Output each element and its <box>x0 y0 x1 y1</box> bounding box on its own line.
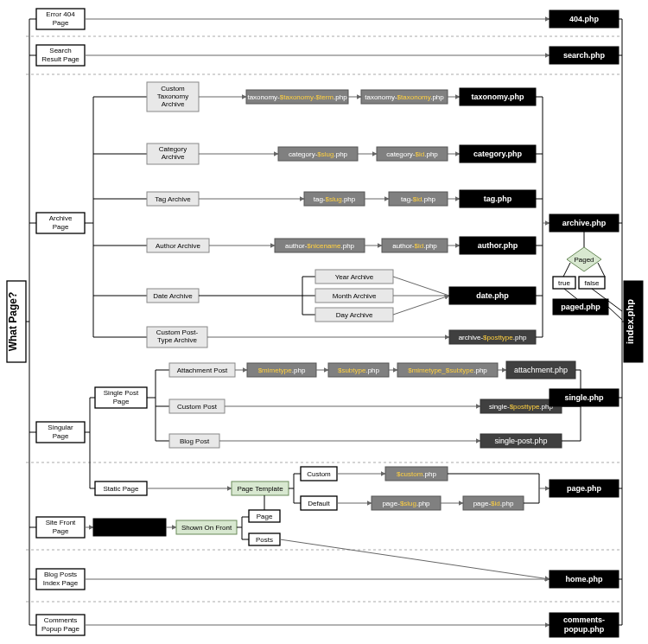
svg-text:What Page?: What Page? <box>7 292 19 352</box>
svg-text:Author Archive: Author Archive <box>156 242 201 250</box>
svg-text:Custom Post-: Custom Post- <box>156 328 199 336</box>
to-index <box>619 19 624 625</box>
svg-text:Index Page: Index Page <box>43 579 79 587</box>
svg-text:Archive: Archive <box>162 100 185 108</box>
archive-children: CustomTaxonomyArchive CategoryArchive Ta… <box>85 82 209 348</box>
svg-text:Page: Page <box>113 398 130 405</box>
svg-text:Date Archive: Date Archive <box>153 292 193 300</box>
home-row: home.php <box>85 571 619 588</box>
author-php: author.php <box>460 237 536 254</box>
svg-text:Page: Page <box>53 19 69 27</box>
svg-text:Page Template: Page Template <box>237 485 283 493</box>
error-404-page: Error 404Page <box>36 9 85 29</box>
svg-text:author-$nicename.php: author-$nicename.php <box>285 242 355 250</box>
svg-text:Custom Post: Custom Post <box>177 403 218 411</box>
search-result-page: SearchResult Page <box>36 45 85 66</box>
svg-text:Custom: Custom <box>307 470 331 478</box>
svg-text:Popup Page: Popup Page <box>41 625 80 633</box>
svg-text:single-post.php: single-post.php <box>494 437 547 445</box>
svg-text:category.php: category.php <box>473 150 522 158</box>
cpt-archive-row: archive-$posttype.php <box>207 330 536 344</box>
category-php: category.php <box>460 145 536 163</box>
root-connectors <box>26 19 36 625</box>
svg-text:Custom: Custom <box>161 85 185 92</box>
svg-text:attachment.php: attachment.php <box>514 366 568 374</box>
svg-text:Category: Category <box>159 145 187 153</box>
attachment-row: $mimetype.php $subtype.php $mimetype_$su… <box>235 361 575 379</box>
index-php: index.php <box>624 281 643 362</box>
svg-text:page-$id.php: page-$id.php <box>473 500 514 507</box>
svg-text:popup.php: popup.php <box>564 625 605 634</box>
svg-text:page-$slug.php: page-$slug.php <box>382 500 430 507</box>
comments-popup-page: CommentsPopup Page <box>36 615 85 635</box>
svg-text:Posts: Posts <box>256 536 273 544</box>
page-template-flow: Page Template Custom Default $custom.php… <box>147 467 619 510</box>
svg-text:Archive: Archive <box>49 214 73 222</box>
svg-text:Year Archive: Year Archive <box>335 273 374 281</box>
author-row: author-$nicename.php author-$id.php <box>209 239 460 252</box>
svg-text:Result Page: Result Page <box>41 55 79 63</box>
what-page-root: What Page? <box>7 281 26 362</box>
svg-text:Comments: Comments <box>44 616 78 624</box>
date-php: date.php <box>449 287 536 304</box>
svg-text:Error 404: Error 404 <box>46 10 75 18</box>
svg-text:category-$id.php: category-$id.php <box>386 150 438 158</box>
svg-text:date.php: date.php <box>476 291 509 300</box>
tag-php: tag.php <box>460 190 536 207</box>
singular-children: Single PostPage Static Page <box>85 387 147 495</box>
svg-text:taxonomy-$taxonomy-$term.php: taxonomy-$taxonomy-$term.php <box>247 93 347 101</box>
svg-text:paged.php: paged.php <box>561 303 600 311</box>
svg-text:Site Front: Site Front <box>46 519 76 526</box>
404-row: 404.php <box>85 10 619 28</box>
svg-text:Paged: Paged <box>574 256 594 264</box>
category-row: category-$slug.php category-$id.php <box>199 147 460 161</box>
taxonomy-php: taxonomy.php <box>460 88 536 105</box>
svg-text:Static Page: Static Page <box>104 485 139 493</box>
svg-text:404.php: 404.php <box>569 15 600 23</box>
svg-text:Type Archive: Type Archive <box>157 336 197 344</box>
archive-page: ArchivePage <box>36 213 85 233</box>
svg-text:author.php: author.php <box>478 241 518 250</box>
custom-post-row: single-$posttype.php <box>225 399 562 413</box>
svg-text:Month Archive: Month Archive <box>333 292 377 300</box>
svg-text:Default: Default <box>308 500 330 507</box>
svg-text:Page: Page <box>257 513 273 520</box>
svg-text:Shown On Front: Shown On Front <box>181 524 232 532</box>
comments-row: comments-popup.php <box>85 613 619 637</box>
svg-text:Page: Page <box>53 223 69 231</box>
svg-text:search.php: search.php <box>563 51 606 60</box>
single-php: single.php <box>550 370 619 441</box>
singular-page: SingularPage <box>36 422 85 443</box>
svg-text:tag.php: tag.php <box>484 194 512 203</box>
single-post-children: Attachment Post Custom Post Blog Post <box>147 363 235 448</box>
date-children: Year Archive Month Archive Day Archive <box>199 270 449 322</box>
svg-text:Singular: Singular <box>48 424 73 431</box>
svg-text:index.php: index.php <box>625 299 635 344</box>
svg-text:$mimetype_$subtype.php: $mimetype_$subtype.php <box>408 367 487 374</box>
svg-text:single-$posttype.php: single-$posttype.php <box>489 403 553 411</box>
search-row: search.php <box>85 47 619 64</box>
svg-text:tag-$id.php: tag-$id.php <box>401 195 436 203</box>
svg-text:Attachment Post: Attachment Post <box>177 367 228 374</box>
svg-text:$mimetype.php: $mimetype.php <box>258 367 306 374</box>
svg-text:true: true <box>558 279 570 287</box>
svg-text:archive-$posttype.php: archive-$posttype.php <box>459 334 527 341</box>
svg-text:Blog Post: Blog Post <box>180 437 210 445</box>
svg-text:taxonomy-$taxonomy.php: taxonomy-$taxonomy.php <box>365 93 444 101</box>
svg-text:Search: Search <box>49 47 71 54</box>
svg-text:home.php: home.php <box>566 575 603 583</box>
svg-text:$custom.php: $custom.php <box>397 470 436 478</box>
svg-text:author-$id.php: author-$id.php <box>392 242 437 250</box>
svg-text:Single Post: Single Post <box>104 389 139 397</box>
tag-row: tag-$slug.php tag-$id.php <box>199 192 460 206</box>
svg-text:Page: Page <box>53 432 69 440</box>
svg-text:front-page.php: front-page.php <box>96 521 163 532</box>
svg-text:Blog Posts: Blog Posts <box>44 571 77 578</box>
svg-text:taxonomy.php: taxonomy.php <box>472 92 524 101</box>
svg-text:$subtype.php: $subtype.php <box>338 367 380 374</box>
svg-text:comments-: comments- <box>563 615 605 624</box>
site-front-page: Site FrontPage <box>36 517 85 538</box>
blog-post-row: single-post.php <box>219 434 562 448</box>
taxonomy-row: taxonomy-$taxonomy-$term.php taxonomy-$t… <box>199 90 460 104</box>
svg-text:Tag Archive: Tag Archive <box>155 195 191 203</box>
